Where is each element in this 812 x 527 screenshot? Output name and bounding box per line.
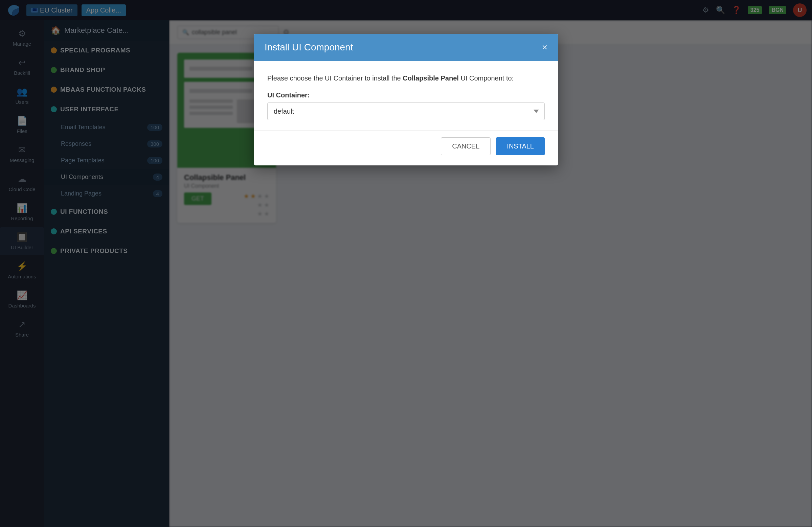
modal-footer: CANCEL INSTALL: [254, 130, 558, 165]
install-button[interactable]: INSTALL: [496, 137, 545, 155]
cancel-button[interactable]: CANCEL: [441, 137, 491, 155]
description-suffix: UI Component to:: [459, 74, 513, 82]
modal-close-button[interactable]: ×: [542, 43, 548, 52]
modal-title: Install UI Component: [264, 42, 353, 53]
description-prefix: Please choose the UI Container to instal…: [267, 74, 403, 82]
modal-header: Install UI Component ×: [254, 34, 558, 61]
component-name: Collapsible Panel: [403, 74, 459, 82]
container-select[interactable]: default: [267, 102, 545, 120]
container-label: UI Container:: [267, 91, 545, 99]
modal-description: Please choose the UI Container to instal…: [267, 73, 545, 83]
install-modal: Install UI Component × Please choose the…: [254, 34, 558, 165]
modal-overlay: Install UI Component × Please choose the…: [0, 0, 812, 527]
modal-body: Please choose the UI Container to instal…: [254, 61, 558, 130]
